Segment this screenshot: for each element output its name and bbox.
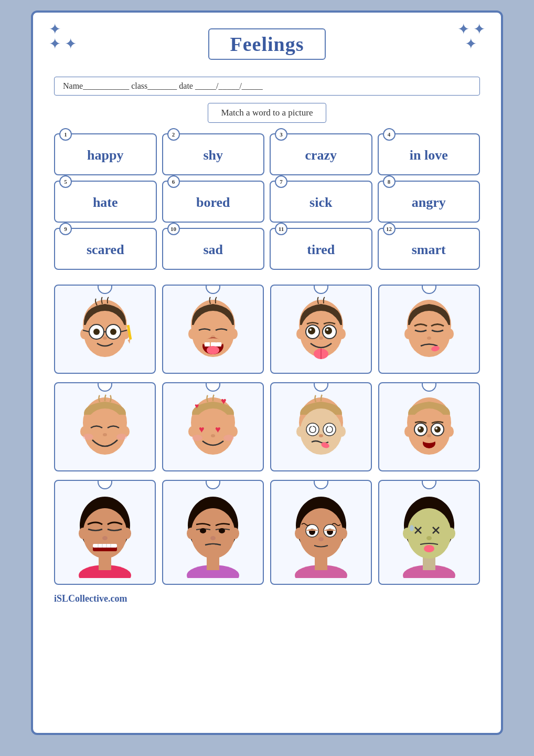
pictures-row-1	[54, 285, 480, 374]
svg-point-78	[419, 427, 421, 429]
word-card-7: 7 sick	[270, 181, 372, 223]
word-card-5: 5 hate	[54, 181, 157, 223]
word-card-12: 12 smart	[378, 228, 480, 270]
svg-point-32	[325, 327, 332, 334]
svg-point-48	[83, 434, 93, 440]
svg-text:♥: ♥	[199, 424, 205, 435]
svg-rect-21	[205, 342, 210, 346]
page-title: Feelings	[230, 33, 304, 56]
svg-point-89	[102, 536, 108, 540]
picture-card-hate	[54, 480, 156, 585]
face-sick-icon	[290, 394, 353, 467]
svg-point-27	[296, 329, 304, 339]
svg-point-50	[103, 433, 107, 436]
svg-point-61	[223, 435, 234, 441]
svg-point-10	[110, 329, 116, 335]
svg-point-76	[418, 426, 424, 433]
word-number-2: 2	[167, 128, 180, 141]
svg-text:♥: ♥	[215, 424, 221, 435]
svg-point-111	[339, 528, 347, 539]
name-line: Name___________ class_______ date _____/…	[54, 77, 480, 96]
svg-point-68	[319, 434, 323, 437]
word-card-8: 8 angry	[378, 181, 480, 223]
svg-point-88	[123, 528, 131, 539]
stars-right-icon: ✦ ✦ ✦	[457, 22, 485, 51]
picture-card-crazy	[270, 285, 372, 374]
svg-point-17	[230, 329, 238, 339]
svg-point-59	[211, 434, 215, 437]
svg-point-31	[308, 327, 315, 334]
word-label-10: sad	[203, 242, 223, 258]
svg-point-67	[323, 423, 336, 436]
svg-point-116	[318, 537, 324, 541]
face-happy-icon	[73, 394, 136, 467]
word-label-1: happy	[87, 148, 123, 163]
svg-text:♥: ♥	[221, 396, 227, 406]
word-card-3: 3 crazy	[270, 133, 372, 175]
word-number-6: 6	[167, 175, 180, 188]
face-sad-icon	[179, 494, 247, 578]
svg-rect-97	[207, 557, 219, 570]
svg-point-72	[404, 426, 412, 437]
svg-point-103	[219, 528, 225, 533]
picture-card-in-love: ♥ ♥ ♥ ♥	[162, 382, 264, 471]
svg-point-101	[231, 528, 239, 539]
picture-card-happy	[54, 382, 156, 471]
picture-card-angry	[378, 285, 480, 374]
svg-point-28	[338, 329, 346, 339]
svg-rect-84	[99, 557, 111, 570]
svg-point-52	[192, 408, 234, 455]
face-in-love-icon: ♥ ♥ ♥ ♥	[181, 394, 244, 467]
svg-point-9	[93, 329, 100, 335]
picture-card-smart	[54, 285, 156, 374]
word-card-4: 4 in love	[378, 133, 480, 175]
svg-point-60	[192, 435, 202, 441]
svg-point-11	[103, 337, 107, 340]
word-card-6: 6 bored	[162, 181, 265, 223]
svg-point-79	[435, 427, 437, 429]
word-number-9: 9	[59, 223, 72, 235]
svg-point-66	[306, 423, 319, 436]
svg-text:♥: ♥	[195, 402, 199, 410]
svg-point-35	[319, 337, 323, 340]
word-number-3: 3	[275, 128, 287, 141]
word-label-9: scared	[87, 242, 124, 258]
svg-point-99	[191, 508, 235, 559]
svg-point-65	[338, 426, 346, 437]
svg-point-45	[84, 408, 126, 455]
word-number-1: 1	[59, 128, 72, 141]
words-grid: 1 happy 2 shy 3 crazy 4 in love 5 hate 6…	[54, 133, 480, 270]
svg-point-104	[210, 536, 216, 540]
pictures-row-3	[54, 480, 480, 585]
word-card-1: 1 happy	[54, 133, 157, 175]
svg-rect-107	[315, 557, 327, 570]
svg-rect-118	[423, 557, 435, 570]
svg-rect-23	[216, 342, 221, 346]
picture-card-scared	[378, 382, 480, 471]
word-number-4: 4	[383, 128, 396, 141]
stars-left-icon: ✦✦ ✦	[49, 22, 77, 51]
word-label-11: tired	[307, 242, 335, 258]
word-label-3: crazy	[305, 148, 337, 163]
word-number-7: 7	[275, 175, 287, 188]
svg-point-49	[116, 434, 127, 440]
svg-rect-91	[93, 544, 117, 548]
svg-point-129	[410, 525, 414, 531]
word-number-8: 8	[383, 175, 396, 188]
svg-rect-22	[211, 342, 216, 346]
face-tired-icon	[287, 494, 355, 578]
svg-point-73	[446, 426, 454, 437]
svg-point-24	[207, 346, 219, 354]
instruction-box: Match a word to a picture	[208, 103, 326, 123]
face-bored-icon	[181, 296, 244, 370]
svg-point-110	[295, 528, 303, 539]
word-label-2: shy	[203, 148, 223, 163]
word-number-12: 12	[383, 223, 396, 235]
word-number-10: 10	[167, 223, 180, 235]
svg-point-64	[296, 426, 304, 437]
svg-point-16	[188, 329, 196, 339]
word-number-11: 11	[275, 223, 287, 235]
face-scared-icon	[398, 394, 461, 467]
picture-card-bored	[162, 285, 264, 374]
svg-point-105	[209, 544, 217, 550]
